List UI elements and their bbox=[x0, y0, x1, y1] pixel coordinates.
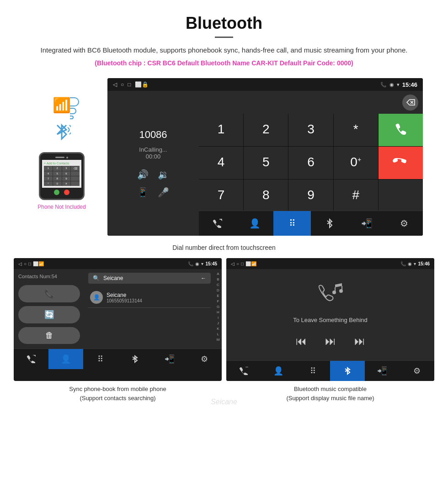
music-nav-keypad[interactable]: ⠿ bbox=[296, 361, 331, 381]
music-play-pause-button[interactable]: ⏭ bbox=[325, 335, 336, 348]
pb-call-icon: 📞 bbox=[44, 289, 54, 299]
pb-delete-button[interactable]: 🗑 bbox=[18, 327, 80, 344]
svg-point-6 bbox=[339, 289, 343, 293]
music-song-title: To Leave Something Behind bbox=[293, 317, 368, 323]
volume-down-icon[interactable]: 🔉 bbox=[158, 169, 169, 180]
alpha-f: F bbox=[217, 299, 219, 304]
phone-music-icon bbox=[317, 282, 344, 307]
music-location-icon: ◉ bbox=[408, 261, 412, 266]
alpha-g: G bbox=[217, 304, 219, 310]
phone-signal-icon: 📞 bbox=[380, 82, 387, 88]
keypad-grid: 1 2 3 * 4 5 6 0+ bbox=[199, 114, 423, 211]
phone-key-1: 1 bbox=[44, 166, 53, 171]
nav-bluetooth-icon[interactable] bbox=[311, 211, 348, 236]
alpha-c: C bbox=[217, 282, 219, 288]
alpha-a: A bbox=[217, 271, 219, 277]
call-green-button[interactable] bbox=[379, 114, 423, 146]
phone-key-6: 6 bbox=[62, 171, 71, 176]
pb-nav-bluetooth[interactable] bbox=[117, 349, 152, 369]
pb-contacts-count: Contacts Num:54 bbox=[18, 274, 80, 279]
pb-alpha-list: A B C D E F G H I J K L M bbox=[214, 269, 222, 349]
bluetooth-icon-area: 📶 bbox=[53, 96, 71, 114]
alpha-l: L bbox=[217, 332, 219, 337]
nav-contacts-icon[interactable]: 👤 bbox=[236, 211, 274, 236]
alpha-i: I bbox=[218, 315, 219, 321]
pb-call-button[interactable]: 📞 bbox=[18, 285, 80, 302]
key-7[interactable]: 7 bbox=[199, 180, 243, 211]
svg-point-5 bbox=[332, 291, 336, 294]
phone-key-5: 5 bbox=[53, 171, 62, 176]
pb-contact-number: 10655059113144 bbox=[107, 298, 209, 303]
call-duration: 00:00 bbox=[146, 153, 161, 160]
alpha-h: H bbox=[217, 310, 219, 315]
pb-nav-settings[interactable]: ⚙ bbox=[187, 349, 222, 369]
key-0plus[interactable]: 0+ bbox=[334, 147, 378, 179]
music-prev-button[interactable]: ⏮ bbox=[296, 335, 307, 348]
phone-not-included-label: Phone Not Included bbox=[37, 204, 85, 210]
phone-end-btn bbox=[64, 190, 69, 195]
key-9[interactable]: 9 bbox=[288, 180, 333, 211]
pb-contact-item[interactable]: 👤 Seicane 10655059113144 bbox=[88, 287, 211, 308]
music-nav-contacts[interactable]: 👤 bbox=[261, 361, 296, 381]
pb-nav-keypad[interactable]: ⠿ bbox=[83, 349, 118, 369]
phone-key-8: 8 bbox=[53, 176, 62, 181]
music-notification: ⬜📶 bbox=[245, 261, 256, 266]
music-main-content: To Leave Something Behind ⏮ ⏭ ⏭ bbox=[226, 269, 434, 360]
key-8[interactable]: 8 bbox=[244, 180, 288, 211]
music-status-right: 📞 ◉ ▾ 15:46 bbox=[400, 259, 430, 268]
mic-icon[interactable]: 🎤 bbox=[158, 187, 169, 198]
nav-keypad-icon[interactable]: ⠿ bbox=[273, 211, 311, 236]
phonebook-screenshot: ◁ ○ □ ⬜📶 📞 ◉ ▾ 15:45 Contacts Num:54 📞 🔄 bbox=[14, 258, 222, 381]
bt-symbol bbox=[53, 121, 71, 148]
pb-nav-call[interactable] bbox=[14, 349, 48, 369]
key-4[interactable]: 4 bbox=[199, 147, 243, 179]
key-star[interactable]: * bbox=[334, 114, 378, 146]
status-time: 15:46 bbox=[402, 81, 417, 88]
phone-add-contacts: + Add to Contacts bbox=[44, 162, 80, 165]
key-2[interactable]: 2 bbox=[244, 114, 288, 146]
status-bar-left: ◁ ○ □ ⬜🔒 bbox=[113, 81, 149, 88]
alpha-e: E bbox=[217, 293, 219, 299]
backspace-button[interactable] bbox=[402, 95, 418, 111]
pb-nav-contacts[interactable]: 👤 bbox=[48, 349, 83, 369]
alpha-j: J bbox=[217, 321, 219, 326]
call-status: InCalling... bbox=[139, 146, 167, 153]
signal-wave-small bbox=[70, 116, 74, 119]
bottom-navigation-bar: 👤 ⠿ 📲 ⚙ bbox=[199, 211, 423, 236]
status-bar-right: 📞 ◉ ▾ 15:46 bbox=[380, 81, 417, 88]
phone-key-2: 2 bbox=[53, 166, 62, 171]
page-title: Bluetooth bbox=[27, 14, 421, 33]
nav-settings-icon[interactable]: ⚙ bbox=[385, 211, 423, 236]
phone-screen: + Add to Contacts 1 2 3 ⌫ 4 5 6 7 8 9 * … bbox=[42, 160, 81, 188]
phone-key-blank2 bbox=[71, 176, 80, 181]
music-nav-settings[interactable]: ⚙ bbox=[400, 361, 434, 381]
key-empty bbox=[379, 180, 423, 211]
pb-sync-button[interactable]: 🔄 bbox=[18, 306, 80, 323]
pb-nav-phone-switch[interactable]: 📲 bbox=[152, 349, 187, 369]
music-next-button[interactable]: ⏭ bbox=[354, 335, 365, 348]
nav-call-icon[interactable] bbox=[199, 211, 236, 236]
phone-keypad: 1 2 3 ⌫ 4 5 6 7 8 9 * 0 # bbox=[44, 166, 80, 186]
wifi-icon: ▾ bbox=[397, 82, 400, 88]
music-recents-icon: □ bbox=[241, 261, 244, 266]
music-status-left: ◁ ○ □ ⬜📶 bbox=[231, 259, 256, 268]
music-nav-call[interactable] bbox=[226, 361, 261, 381]
nav-phone-switch-icon[interactable]: 📲 bbox=[348, 211, 386, 236]
key-1[interactable]: 1 bbox=[199, 114, 243, 146]
call-red-button[interactable] bbox=[379, 147, 423, 179]
music-nav-bluetooth[interactable] bbox=[330, 361, 365, 381]
key-hash[interactable]: # bbox=[334, 180, 378, 211]
phone-key-blank3 bbox=[71, 181, 80, 186]
pb-search-bar[interactable]: 🔍 Seicane ← bbox=[88, 273, 211, 284]
number-display-row bbox=[199, 91, 423, 114]
volume-up-icon[interactable]: 🔊 bbox=[137, 169, 149, 180]
phone-key-9: 9 bbox=[62, 176, 71, 181]
signal-waves bbox=[70, 97, 79, 119]
music-nav-phone-switch[interactable]: 📲 bbox=[365, 361, 400, 381]
key-3[interactable]: 3 bbox=[288, 114, 333, 146]
transfer-icon[interactable]: 📱 bbox=[137, 187, 149, 198]
notification-icons: ⬜🔒 bbox=[135, 81, 149, 88]
key-6[interactable]: 6 bbox=[288, 147, 333, 179]
key-5[interactable]: 5 bbox=[244, 147, 288, 179]
pb-contact-info: Seicane 10655059113144 bbox=[107, 292, 209, 303]
